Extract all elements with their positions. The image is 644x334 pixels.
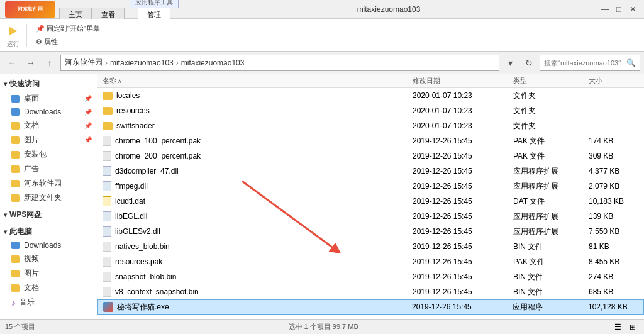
ribbon-pin-button[interactable]: 📌 固定到"开始"屏幕 [32,23,104,35]
thispc-header[interactable]: ▾ 此电脑 [0,225,97,239]
sidebar-label-newfolder: 新建文件夹 [24,192,62,203]
sidebar-label-music: 音乐 [19,297,35,308]
file-list: locales 2020-01-07 10:23 文件夹 resources 2… [97,88,644,319]
sidebar-item-video[interactable]: 视频 [0,252,97,266]
file-row-ffmpeg[interactable]: ffmpeg.dll 2019-12-26 15:45 应用程序扩展 2,079… [97,179,644,194]
forward-button[interactable]: → [23,55,39,71]
application-tools-label: 应用程序工具 [130,0,179,8]
col-name-label: 名称 [103,76,116,86]
sidebar-label-pics-pc: 图片 [24,268,39,279]
exe-icon [103,302,113,312]
sidebar-item-pics-pc[interactable]: 图片 [0,266,97,281]
maximize-button[interactable]: □ [613,3,625,16]
selected-info: 选中 1 个项目 99.7 MB [289,322,358,331]
up-button[interactable]: ↑ [42,55,58,71]
sidebar-label-hedong: 河东软件园 [24,178,62,189]
list-view-button[interactable]: ☰ [611,321,624,333]
col-type-label: 类型 [513,76,527,86]
content-area: 名称 ∧ 修改日期 类型 大小 locales 2020-01-07 10:23 [97,74,644,319]
status-bar: 15 个项目 选中 1 个项目 99.7 MB ☰ ⊞ [0,319,644,334]
music-icon: ♪ [11,298,16,308]
newfolder-icon [11,194,20,202]
file-row-libegl[interactable]: libEGL.dll 2019-12-26 15:45 应用程序扩展 139 K… [97,209,644,224]
file-row-resources[interactable]: resources 2020-01-07 10:23 文件夹 [97,103,644,118]
sidebar-item-pics[interactable]: 图片 📌 [0,133,97,147]
tab-manage[interactable]: 管理 [138,8,170,21]
col-size-label: 大小 [589,76,602,86]
logo: 河东软件网 [5,1,55,18]
file-row-resourcespak[interactable]: resources.pak 2019-12-26 15:45 PAK 文件 8,… [97,254,644,269]
refresh-button[interactable]: ↻ [521,55,537,71]
sidebar-item-desktop[interactable]: 桌面 📌 [0,91,97,106]
window-controls: — □ ✕ [599,3,639,16]
quick-access-arrow: ▾ [4,81,7,87]
downloads-icon-quick [11,108,20,116]
col-name[interactable]: 名称 ∧ [103,76,413,86]
ribbon-tabs: 主页 查看 应用程序工具 管理 [59,0,179,21]
sidebar-item-downloads-pc[interactable]: Downloads [0,239,97,252]
file-row-icudtl[interactable]: icudtl.dat 2019-12-26 15:45 DAT 文件 10,18… [97,194,644,209]
sidebar-item-docs[interactable]: 文档 📌 [0,118,97,133]
downloads-icon-pc [11,242,20,249]
ribbon-properties-button[interactable]: ⚙ 属性 [32,36,62,48]
wps-header[interactable]: ▾ WPS网盘 [0,208,97,222]
bin-icon-natives [103,242,111,252]
file-row-swiftshader[interactable]: swiftshader 2020-01-07 10:23 文件夹 [97,118,644,133]
path-part-1: 河东软件园 [65,57,103,68]
file-row-chrome100[interactable]: chrome_100_percent.pak 2019-12-26 15:45 … [97,133,644,148]
sidebar-label-ads: 广告 [24,164,39,174]
file-row-exe[interactable]: 秘塔写作猫.exe 2019-12-26 15:45 应用程序 102,128 … [97,299,644,315]
ads-icon [11,165,20,173]
folder-icon-swiftshader [103,122,113,130]
col-size[interactable]: 大小 [589,76,639,86]
col-type[interactable]: 类型 [513,76,589,86]
search-box[interactable]: 🔍 [540,55,640,71]
folder-icon-resources [103,107,113,115]
thispc-arrow: ▾ [4,228,7,235]
dll-icon-libglesv2 [103,226,111,237]
col-date[interactable]: 修改日期 [413,76,513,86]
back-button[interactable]: ← [4,55,20,71]
grid-view-button[interactable]: ⊞ [626,321,639,333]
sidebar-label-installer: 安装包 [24,149,47,160]
pak-icon-resources [103,257,111,267]
docs-icon [11,122,20,130]
file-row-snapshot[interactable]: snapshot_blob.bin 2019-12-26 15:45 BIN 文… [97,269,644,284]
sidebar-item-downloads-quick[interactable]: Downloads 📌 [0,106,97,118]
file-row-natives[interactable]: natives_blob.bin 2019-12-26 15:45 BIN 文件… [97,239,644,254]
ribbon-run-button[interactable]: ▶ [5,22,21,38]
sidebar-label-docs: 文档 [24,120,39,131]
sidebar-item-ads[interactable]: 广告 [0,162,97,176]
sidebar-label-downloads-pc: Downloads [24,241,61,250]
sidebar-item-newfolder[interactable]: 新建文件夹 [0,191,97,205]
title-bar: 河东软件网 主页 查看 应用程序工具 管理 mitaxiezuomao103 —… [0,0,644,19]
sidebar-label-docs-pc: 文档 [24,282,39,293]
bin-icon-snapshot [103,272,111,282]
address-path[interactable]: 河东软件园 › mitaxiezuomao103 › mitaxiezuomao… [60,55,499,71]
search-input[interactable] [544,59,624,67]
quick-access-header[interactable]: ▾ 快速访问 [0,77,97,91]
installer-icon [11,151,20,159]
file-row-chrome200[interactable]: chrome_200_percent.pak 2019-12-26 15:45 … [97,148,644,164]
minimize-button[interactable]: — [599,3,611,16]
path-part-3: mitaxiezuomao103 [181,58,245,67]
file-row-libglesv2[interactable]: libGLESv2.dll 2019-12-26 15:45 应用程序扩展 7,… [97,224,644,239]
file-row-v8context[interactable]: v8_context_snapshot.bin 2019-12-26 15:45… [97,284,644,299]
file-row-d3dcompiler[interactable]: d3dcompiler_47.dll 2019-12-26 15:45 应用程序… [97,164,644,179]
pics-icon [11,136,20,144]
window-title: mitaxiezuomao103 [179,5,599,14]
wps-arrow: ▾ [4,211,7,218]
sidebar-item-hedong[interactable]: 河东软件园 [0,176,97,191]
sidebar-item-installer[interactable]: 安装包 [0,147,97,162]
sidebar-item-music[interactable]: ♪ 音乐 [0,295,97,309]
file-row-locales[interactable]: locales 2020-01-07 10:23 文件夹 [97,88,644,103]
main-area: ▾ 快速访问 桌面 📌 Downloads 📌 文档 📌 [0,74,644,319]
col-date-label: 修改日期 [413,76,440,86]
sidebar-item-docs-pc[interactable]: 文档 [0,281,97,295]
close-button[interactable]: ✕ [626,3,639,16]
quick-access-section: ▾ 快速访问 桌面 📌 Downloads 📌 文档 📌 [0,77,97,205]
item-count: 15 个项目 [5,322,35,331]
pak-icon-chrome100 [103,136,111,146]
dropdown-button[interactable]: ▾ [502,55,518,71]
thispc-section: ▾ 此电脑 Downloads 视频 图片 文档 [0,225,97,309]
